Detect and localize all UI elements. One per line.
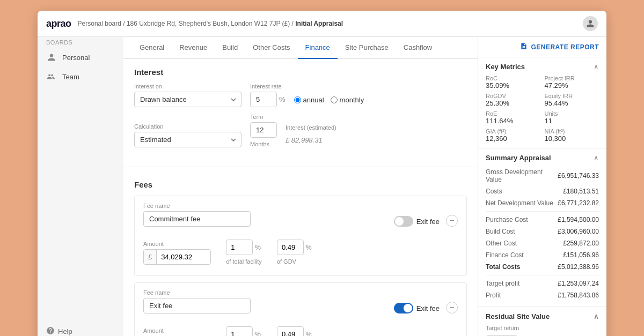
- fee2-name-input[interactable]: [143, 298, 251, 313]
- profit-value: £1,758,843.86: [558, 292, 599, 299]
- ndv-value: £6,771,232.82: [558, 199, 599, 207]
- equity-irr-value: 95.44%: [545, 99, 599, 107]
- gdv-row: Gross Development Value £6,951,746.33: [486, 166, 599, 185]
- fee2-pct2-group: x % of GDV: [277, 318, 312, 336]
- units-value: 11: [545, 117, 599, 125]
- title-bar: aprao Personal board / 186 Uxbridge Rd, …: [38, 11, 606, 37]
- report-icon: [520, 42, 528, 51]
- profit-row: Profit £1,758,843.86: [486, 289, 599, 301]
- breadcrumb-sep1: /: [123, 20, 127, 27]
- calculation-select[interactable]: Estimated: [134, 132, 241, 147]
- fee1-exit-fee-label: Exit fee: [416, 218, 440, 226]
- sidebar-team-label: Team: [62, 73, 79, 81]
- fee2-exit-fee-toggle[interactable]: [394, 303, 413, 313]
- fee2-amount-group: Amount £: [143, 327, 211, 336]
- tab-cashflow[interactable]: Cashflow: [396, 37, 440, 59]
- fee2-name-row: Fee name Exit fee −: [143, 289, 458, 313]
- fee1-pct2-group: x % of GDV: [277, 231, 312, 265]
- other-cost-value: £259,872.00: [563, 240, 599, 247]
- fee1-pct1-sublabel: of total facility: [226, 258, 262, 265]
- summary-appraisal-chevron[interactable]: ∧: [594, 154, 599, 162]
- breadcrumb: Personal board / 186 Uxbridge Rd, Shephe…: [78, 20, 343, 27]
- interest-estimated-value: £ 82,998.31: [286, 133, 336, 147]
- finance-cost-value: £151,056.96: [563, 251, 599, 259]
- user-avatar[interactable]: [583, 16, 598, 31]
- fee2-name-label: Fee name: [143, 289, 379, 296]
- fee1-name-input[interactable]: [143, 211, 251, 227]
- fee-card-1: Fee name Exit fee − Amount: [134, 196, 467, 276]
- interest-rate-label: Interest rate: [250, 83, 286, 89]
- annual-radio[interactable]: [294, 96, 301, 103]
- breadcrumb-board: Personal board: [78, 20, 121, 27]
- fee1-pct2-field[interactable]: [277, 240, 304, 255]
- total-costs-row: Total Costs £5,012,388.96: [486, 261, 599, 273]
- fee2-pct1-field[interactable]: [226, 326, 253, 336]
- tab-general[interactable]: General: [132, 37, 172, 59]
- finance-cost-row: Finance Cost £151,056.96: [486, 249, 599, 261]
- residual-section: Residual Site Value ∧ Target return %: [478, 307, 606, 336]
- interest-rate-input[interactable]: [250, 92, 277, 107]
- total-costs-label: Total Costs: [486, 263, 520, 271]
- interest-on-select[interactable]: Drawn balance: [134, 92, 241, 107]
- ndv-row: Net Development Value £6,771,232.82: [486, 197, 599, 209]
- key-metrics-chevron[interactable]: ∧: [594, 63, 599, 71]
- fee2-pct2-field[interactable]: [277, 326, 304, 336]
- interest-rate-unit: %: [279, 95, 286, 103]
- monthly-radio[interactable]: [331, 96, 338, 103]
- fee1-pct1-unit: %: [255, 244, 261, 251]
- fee1-amount-label: Amount: [143, 241, 211, 247]
- term-input[interactable]: [250, 122, 277, 138]
- fee1-name-row: Fee name Exit fee −: [143, 203, 458, 227]
- purchase-cost-label: Purchase Cost: [486, 216, 528, 223]
- fee1-exit-fee-toggle-group: Exit fee: [394, 216, 440, 227]
- nia-label: NIA (ft²): [545, 128, 599, 135]
- panel-header: GENERATE REPORT: [478, 37, 606, 57]
- calculation-label: Calculation: [134, 123, 241, 130]
- fee1-amount-field[interactable]: [157, 250, 210, 264]
- interest-frequency-group: x annual monthly: [294, 84, 364, 107]
- generate-report-button[interactable]: GENERATE REPORT: [520, 42, 599, 51]
- fee2-exit-fee-toggle-group: Exit fee: [394, 303, 440, 313]
- fee2-pct2-unit: %: [306, 331, 312, 337]
- monthly-radio-label[interactable]: monthly: [331, 96, 364, 104]
- target-return-label: Target return: [486, 325, 599, 331]
- rogdv-value: 25.30%: [486, 99, 540, 107]
- project-irr-label: Project IRR: [545, 75, 599, 81]
- interest-section: Interest Interest on Drawn balance Inter…: [123, 59, 478, 162]
- costs-label: Costs: [486, 188, 502, 195]
- fee2-pct1-input: %: [226, 326, 262, 336]
- fee2-remove-button[interactable]: −: [446, 302, 458, 313]
- tab-revenue[interactable]: Revenue: [172, 37, 215, 59]
- fee1-pct1-field[interactable]: [226, 240, 253, 255]
- sidebar-item-team[interactable]: Team: [38, 67, 123, 86]
- fee1-exit-fee-toggle[interactable]: [394, 216, 413, 227]
- fee1-pct2-input: %: [277, 240, 312, 255]
- equity-irr-label: Equity IRR: [545, 93, 599, 99]
- residual-chevron[interactable]: ∧: [594, 312, 599, 320]
- help-label[interactable]: Help: [58, 327, 72, 335]
- tab-site-purchase[interactable]: Site Purchase: [338, 37, 396, 59]
- interest-row2: Calculation Estimated Term Months: [134, 114, 467, 147]
- monthly-label: monthly: [340, 96, 364, 104]
- annual-radio-label[interactable]: annual: [294, 96, 324, 104]
- rogdv-metric: RoGDV 25.30%: [486, 93, 540, 107]
- tab-build[interactable]: Build: [215, 37, 245, 59]
- fee1-remove-button[interactable]: −: [446, 215, 458, 227]
- sidebar-section-label: Boards: [38, 37, 123, 48]
- profit-label: Profit: [486, 292, 501, 299]
- right-panel: GENERATE REPORT Key Metrics ∧ RoC 35.09%: [478, 37, 606, 336]
- fee1-pct1-input: %: [226, 240, 262, 255]
- tab-finance[interactable]: Finance: [298, 37, 338, 59]
- fee2-amount-row: Amount £ x %: [143, 318, 458, 336]
- build-cost-label: Build Cost: [486, 228, 515, 235]
- interest-estimated-label: Interest (estimated): [286, 124, 336, 131]
- sidebar-item-personal[interactable]: Personal: [38, 48, 123, 67]
- roe-value: 111.64%: [486, 117, 540, 125]
- calculation-group: Calculation Estimated: [134, 123, 241, 147]
- roe-label: RoE: [486, 110, 540, 117]
- interest-rate-group: Interest rate %: [250, 83, 286, 107]
- tab-other-costs[interactable]: Other Costs: [245, 37, 297, 59]
- interest-row1: Interest on Drawn balance Interest rate …: [134, 83, 467, 107]
- breadcrumb-page: Initial Appraisal: [295, 20, 343, 27]
- person-icon: [46, 52, 57, 63]
